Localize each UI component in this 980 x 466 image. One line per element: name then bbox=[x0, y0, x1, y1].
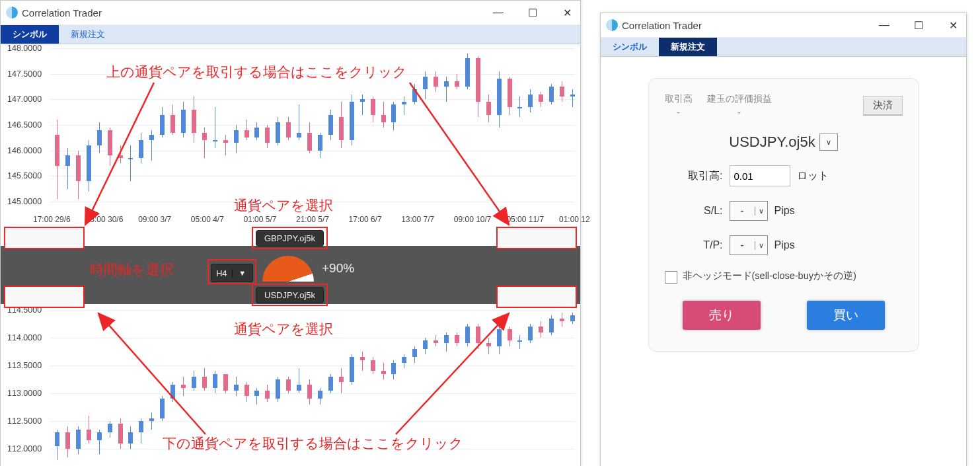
hedge-checkbox[interactable] bbox=[665, 271, 677, 284]
trade-bottom-left[interactable] bbox=[4, 286, 85, 308]
volume-input[interactable] bbox=[730, 165, 790, 186]
order-app-title: Correlation Trader bbox=[622, 20, 702, 31]
tp-unit: Pips bbox=[774, 239, 795, 251]
order-maximize-button[interactable]: ☐ bbox=[911, 19, 926, 32]
order-tab-neworder[interactable]: 新規注文 bbox=[659, 38, 717, 56]
symbol-dropdown[interactable]: ∨ bbox=[819, 134, 838, 151]
annot-pair-top: 通貨ペアを選択 bbox=[234, 196, 333, 215]
app-logo-icon bbox=[606, 19, 618, 31]
tp-label: T/P: bbox=[665, 239, 723, 251]
pl-value: - bbox=[707, 106, 772, 118]
order-symbol: USDJPY.oj5k bbox=[729, 134, 815, 151]
chevron-down-icon: ∨ bbox=[826, 138, 831, 147]
titlebar[interactable]: Correlation Trader — ☐ ✕ bbox=[1, 1, 580, 25]
buy-button[interactable]: 買い bbox=[807, 301, 885, 330]
order-tab-bar: シンボル 新規注文 bbox=[601, 38, 966, 57]
annot-time: 時間軸を選択 bbox=[90, 260, 174, 279]
trade-bottom-right[interactable] bbox=[496, 286, 577, 308]
chevron-down-icon: ▼ bbox=[232, 269, 253, 277]
timeframe-value: H4 bbox=[211, 268, 232, 278]
tab-bar: シンボル 新規注文 bbox=[1, 25, 580, 44]
pair-select-top[interactable]: GBPJPY.oj5k bbox=[256, 230, 324, 247]
vol-value: - bbox=[665, 106, 693, 118]
chevron-down-icon: ∨ bbox=[755, 241, 767, 250]
annot-pair-bottom: 通貨ペアを選択 bbox=[234, 320, 333, 338]
trade-top-left[interactable] bbox=[4, 227, 85, 249]
close-button[interactable]: ✕ bbox=[559, 7, 575, 19]
app-title: Correlation Trader bbox=[22, 7, 102, 19]
tab-symbol[interactable]: シンボル bbox=[1, 25, 59, 44]
sl-unit: Pips bbox=[774, 205, 795, 217]
trade-top-right[interactable] bbox=[496, 227, 577, 249]
sl-label: S/L: bbox=[665, 205, 723, 217]
tab-neworder[interactable]: 新規注文 bbox=[59, 25, 117, 44]
sell-button[interactable]: 売り bbox=[683, 301, 761, 330]
main-window: Correlation Trader — ☐ ✕ シンボル 新規注文 148.0… bbox=[0, 0, 581, 466]
hedge-label: 非ヘッジモード(sell-close-buyかその逆) bbox=[683, 270, 856, 282]
minimize-button[interactable]: — bbox=[490, 7, 506, 19]
tp-select[interactable]: -∨ bbox=[730, 235, 768, 255]
pl-label: 建玉の評価損益 bbox=[707, 93, 772, 105]
timeframe-select[interactable]: H4 ▼ bbox=[211, 264, 253, 282]
vol-label: 取引高 bbox=[665, 93, 693, 105]
order-tab-symbol[interactable]: シンボル bbox=[601, 38, 659, 56]
order-panel: 取引高- 建玉の評価損益- 決済 USDJPY.oj5k ∨ 取引高: ロット … bbox=[648, 78, 919, 352]
pair-select-bottom[interactable]: USDJPY.oj5k bbox=[256, 287, 324, 303]
settle-button[interactable]: 決済 bbox=[863, 96, 903, 116]
vol-field-label: 取引高: bbox=[665, 169, 723, 183]
correlation-value: +90% bbox=[322, 261, 354, 276]
annot-bottom: 下の通貨ペアを取引する場合はここをクリック bbox=[163, 434, 463, 453]
vol-unit: ロット bbox=[797, 169, 829, 183]
chevron-down-icon: ∨ bbox=[755, 207, 767, 215]
order-window: Correlation Trader — ☐ ✕ シンボル 新規注文 取引高- … bbox=[600, 13, 967, 466]
order-close-button[interactable]: ✕ bbox=[945, 19, 961, 32]
order-titlebar[interactable]: Correlation Trader — ☐ ✕ bbox=[601, 13, 966, 38]
sl-select[interactable]: -∨ bbox=[730, 201, 768, 221]
app-logo-icon bbox=[6, 7, 18, 19]
order-minimize-button[interactable]: — bbox=[876, 19, 892, 31]
maximize-button[interactable]: ☐ bbox=[525, 7, 541, 19]
chart-area: 148.0000147.5000147.0000146.5000146.0000… bbox=[1, 44, 580, 466]
annot-top: 上の通貨ペアを取引する場合はここをクリック bbox=[106, 63, 407, 81]
